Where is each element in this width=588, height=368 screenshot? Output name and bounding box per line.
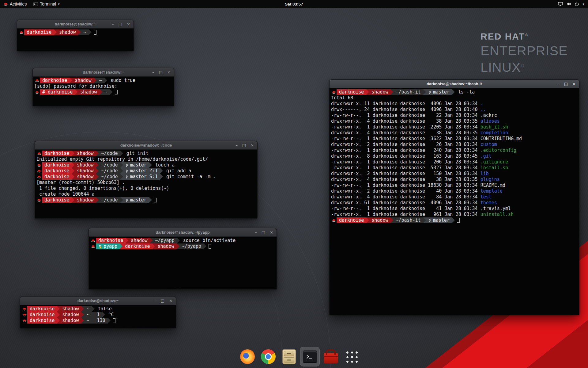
terminal-window-code[interactable]: darknoise@shadow:~/code–□×darknoiseshado… xyxy=(35,141,258,219)
terminal-line: -rwxrwxr-x. 1 darknoise darknoise 240 Ja… xyxy=(331,148,578,153)
close-button[interactable]: × xyxy=(572,80,576,88)
window-titlebar[interactable]: darknoise@shadow:~–□× xyxy=(20,297,176,305)
close-button[interactable]: × xyxy=(270,228,273,237)
terminal-window-pyapp[interactable]: darknoise@shadow:~/pyapp–□×darknoiseshad… xyxy=(89,228,277,289)
powerline-separator xyxy=(72,168,74,174)
window-titlebar[interactable]: darknoise@shadow:~/code–□× xyxy=(35,141,257,150)
dock-item-firefox[interactable] xyxy=(238,347,257,366)
terminal-viewport[interactable]: darknoiseshadow~/bash-itmaster ls -latot… xyxy=(330,88,579,315)
prompt-segment-user: # darknoise xyxy=(40,89,75,95)
terminal-line: # darknoiseshadow~ xyxy=(34,89,172,95)
maximize-button[interactable]: □ xyxy=(564,80,568,88)
dock-item-terminal[interactable] xyxy=(300,347,320,366)
terminal-line: drwxrwxr-x. 2 darknoise darknoise 26 Jan… xyxy=(331,142,578,148)
terminal-viewport[interactable]: darknoiseshadow~ sudo true[sudo] passwor… xyxy=(33,77,174,106)
terminal-viewport[interactable]: darknoiseshadow~ xyxy=(17,29,134,51)
dock-item-toolbox[interactable] xyxy=(321,347,341,366)
text-cursor xyxy=(94,30,96,35)
terminal-line: drwxrwxr-x. 4 darknoise darknoise 84 Jan… xyxy=(331,194,578,200)
prompt-segment-path: ~/code xyxy=(99,174,120,180)
terminal-window-sudo[interactable]: darknoise@shadow:~–□×darknoiseshadow~ su… xyxy=(32,68,174,106)
powerline-separator xyxy=(92,306,95,312)
minimize-button[interactable]: – xyxy=(236,141,238,150)
minimize-button[interactable]: – xyxy=(255,228,257,237)
powerline-separator xyxy=(120,243,123,249)
registered-mark: ® xyxy=(525,33,529,37)
terminal-line: darknoiseshadow~/codemaster S:1 git comm… xyxy=(36,174,256,180)
system-status-area[interactable]: ▾ xyxy=(554,0,588,8)
close-button[interactable]: × xyxy=(127,20,130,29)
file-name: README.md xyxy=(481,182,505,188)
window-titlebar[interactable]: darknoise@shadow:~–□× xyxy=(17,20,134,29)
text-cursor xyxy=(154,198,157,202)
terminal-line: darknoiseshadow~130 xyxy=(22,318,174,324)
minimize-button[interactable]: – xyxy=(112,20,114,29)
terminal-viewport[interactable]: darknoiseshadow~ falsedarknoiseshadow~1 … xyxy=(20,305,176,328)
powerline-separator xyxy=(149,162,152,168)
terminal-viewport[interactable]: darknoiseshadow~/code git initInitialize… xyxy=(35,150,257,218)
terminal-line: drwxrwxr-x. 61 darknoise darknoise 4096 … xyxy=(331,200,578,206)
terminal-window-retcode[interactable]: darknoise@shadow:~–□×darknoiseshadow~ fa… xyxy=(20,296,176,328)
prompt-segment-user: darknoise xyxy=(27,312,57,318)
redhat-icon xyxy=(36,197,42,203)
prompt-segment-user: darknoise xyxy=(123,243,152,249)
minimize-button[interactable]: – xyxy=(152,68,154,77)
redhat-icon xyxy=(22,306,27,312)
window-controls: –□× xyxy=(557,80,579,88)
maximize-button[interactable]: □ xyxy=(242,141,246,150)
terminal-line: -rwxrwxr-x. 1 darknoise darknoise 206 Ja… xyxy=(331,159,578,165)
terminal-line: Initialized empty Git repository in /hom… xyxy=(36,156,256,162)
brand-line-enterprise: ENTERPRISE xyxy=(481,43,568,58)
dock-item-files[interactable] xyxy=(279,347,299,366)
prompt-segment-git: master xyxy=(123,162,149,168)
close-button[interactable]: × xyxy=(169,297,172,305)
file-name: . xyxy=(481,101,483,106)
file-name: .gitignore xyxy=(481,159,508,165)
dock-item-apps[interactable] xyxy=(342,347,361,366)
maximize-button[interactable]: □ xyxy=(119,20,122,29)
prompt-segment-path: ~/code xyxy=(99,197,120,203)
terminal-line: total 68 xyxy=(331,95,578,101)
close-button[interactable]: × xyxy=(167,68,171,77)
file-name: custom xyxy=(481,142,497,147)
app-menu-terminal[interactable]: Terminal ▾ xyxy=(30,0,63,8)
prompt-segment-path: ~/code xyxy=(99,151,120,156)
prompt-segment-host: shadow xyxy=(78,89,99,95)
clock[interactable]: Sat 03:57 xyxy=(285,2,303,6)
file-name: .editorconfig xyxy=(481,148,516,153)
activities-button[interactable]: Activities xyxy=(0,0,30,8)
dock-item-chrome[interactable] xyxy=(258,347,278,366)
app-menu-label: Terminal xyxy=(40,2,56,6)
powerline-separator xyxy=(81,312,84,318)
activities-label: Activities xyxy=(10,2,27,6)
redhat-icon xyxy=(90,238,96,243)
prompt-segment-host: shadow xyxy=(155,243,176,249)
prompt-segment-host: shadow xyxy=(60,306,81,312)
terminal-line: darknoiseshadow~/code git init xyxy=(36,151,256,156)
window-titlebar[interactable]: darknoise@shadow:~–□× xyxy=(33,68,174,77)
window-titlebar[interactable]: darknoise@shadow:~/bash-it–□× xyxy=(330,80,579,88)
prompt-segment-user: darknoise xyxy=(27,318,57,324)
minimize-button[interactable]: – xyxy=(557,80,560,88)
powerline-separator xyxy=(96,168,99,174)
branch-icon xyxy=(428,219,432,222)
terminal-window-bashit[interactable]: darknoise@shadow:~/bash-it–□×darknoisesh… xyxy=(329,79,579,315)
redhat-icon xyxy=(36,151,42,156)
files-icon xyxy=(282,349,296,364)
close-button[interactable]: × xyxy=(251,141,254,150)
minimize-button[interactable]: – xyxy=(154,297,156,305)
maximize-button[interactable]: □ xyxy=(159,68,163,77)
apps-icon xyxy=(345,350,358,363)
prompt-segment-path: ~ xyxy=(96,78,104,83)
branch-icon xyxy=(126,175,129,179)
window-title: darknoise@shadow:~/pyapp xyxy=(89,230,277,235)
prompt-segment-git: master ?:1 xyxy=(123,168,160,174)
maximize-button[interactable]: □ xyxy=(161,297,164,305)
window-titlebar[interactable]: darknoise@shadow:~/pyapp–□× xyxy=(89,228,277,237)
powerline-separator xyxy=(366,89,369,95)
maximize-button[interactable]: □ xyxy=(262,228,265,237)
prompt-segment-host: shadow xyxy=(74,197,96,203)
file-name: completion xyxy=(481,130,508,136)
terminal-window-home1[interactable]: darknoise@shadow:~–□×darknoiseshadow~ xyxy=(17,20,134,51)
terminal-viewport[interactable]: darknoiseshadow~/pyapp source bin/activa… xyxy=(89,237,277,289)
